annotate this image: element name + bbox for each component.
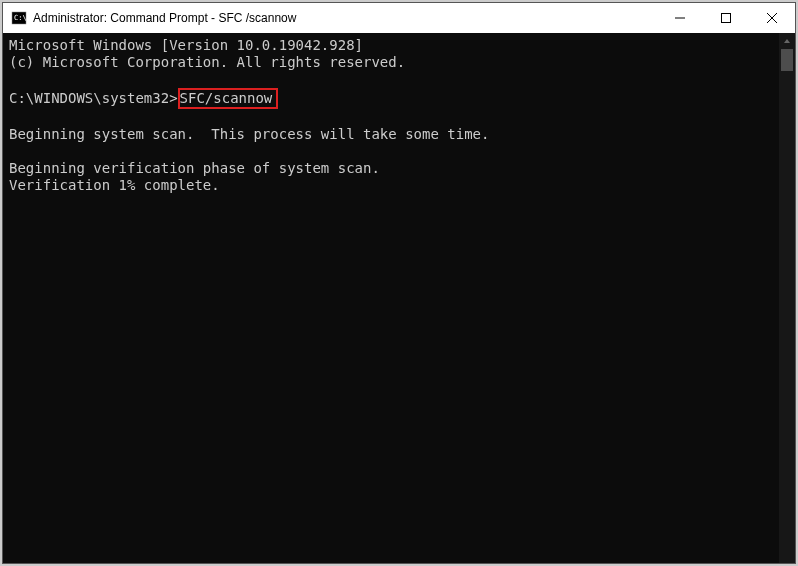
verify-begin-line: Beginning verification phase of system s… [9, 160, 773, 177]
progress-line: Verification 1% complete. [9, 177, 773, 194]
minimize-button[interactable] [657, 3, 703, 33]
blank-line [9, 71, 773, 88]
command-text: SFC/scannow [180, 90, 273, 106]
version-line: Microsoft Windows [Version 10.0.19042.92… [9, 37, 773, 54]
vertical-scrollbar[interactable] [779, 33, 795, 563]
cmd-icon: C:\ [11, 10, 27, 26]
prompt-line: C:\WINDOWS\system32>SFC/scannow [9, 88, 773, 109]
command-prompt-window: C:\ Administrator: Command Prompt - SFC … [2, 2, 796, 564]
terminal-output[interactable]: Microsoft Windows [Version 10.0.19042.92… [3, 33, 779, 563]
copyright-line: (c) Microsoft Corporation. All rights re… [9, 54, 773, 71]
svg-marker-6 [784, 39, 790, 43]
svg-rect-3 [722, 14, 731, 23]
scrollbar-thumb[interactable] [781, 49, 793, 71]
scrollbar-up-arrow-icon[interactable] [779, 33, 795, 49]
window-title: Administrator: Command Prompt - SFC /sca… [33, 11, 296, 25]
titlebar[interactable]: C:\ Administrator: Command Prompt - SFC … [3, 3, 795, 33]
prompt-path: C:\WINDOWS\system32> [9, 90, 178, 106]
maximize-button[interactable] [703, 3, 749, 33]
blank-line-3 [9, 143, 773, 160]
terminal-area: Microsoft Windows [Version 10.0.19042.92… [3, 33, 795, 563]
close-button[interactable] [749, 3, 795, 33]
svg-text:C:\: C:\ [14, 14, 27, 22]
blank-line-2 [9, 109, 773, 126]
window-controls [657, 3, 795, 33]
command-highlight: SFC/scannow [178, 88, 279, 109]
scan-begin-line: Beginning system scan. This process will… [9, 126, 773, 143]
